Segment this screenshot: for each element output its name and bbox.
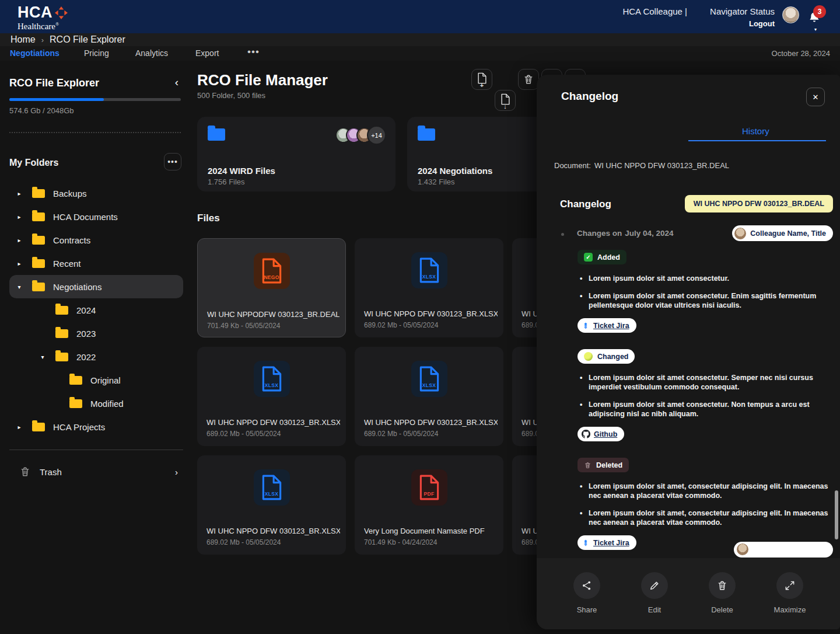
share-button[interactable]: Share [561,572,613,629]
added-badge: ✓ Added [578,250,626,264]
file-name: WI UHC NPPO DFW 030123_BR.XLSX [206,527,340,535]
file-name-badge: WI UHC NPPO DFW 030123_BR.DEAL [685,195,833,213]
trash-item[interactable]: Trash › [0,460,192,483]
file-card-deal[interactable]: NEGO WI UHC NPPODFW 030123_BR.DEAL 701.4… [197,238,346,337]
close-icon[interactable]: ✕ [806,88,825,106]
github-link[interactable]: Github [578,427,624,441]
next-entry-author-chip[interactable] [734,542,833,558]
tree-item-hca-documents[interactable]: ▸ HCA Documents [9,205,183,228]
changelog-item: Lorem ipsum dolor sit amet consectetur. … [578,400,831,419]
sidebar-collapse-icon[interactable]: ‹ [175,76,178,89]
changelog-body: ✓ Added Lorem ipsum dolor sit amet conse… [578,250,831,564]
breadcrumb: Home › RCO File Explorer [0,33,840,46]
tree-item-negotiations[interactable]: ▾ Negotiations [9,275,183,298]
hca-cross-icon [54,6,68,20]
tab-export[interactable]: Export [195,48,219,58]
changes-on-label: Changes on [577,229,622,238]
ticket-jira-link[interactable]: Ticket Jira [578,535,636,550]
tree-item-backups[interactable]: ▸ Backups [9,182,183,205]
caret-right-icon[interactable]: ▸ [16,237,23,243]
author-name: Colleague Name, Title [750,229,826,238]
page-date: October 28, 2024 [772,49,830,58]
folder-icon [55,329,68,338]
tree-item-2022[interactable]: ▾ 2022 [9,345,183,368]
caret-right-icon[interactable]: ▸ [16,214,23,220]
folder-icon [69,399,82,408]
caret-right-icon[interactable]: ▸ [16,190,23,197]
document-label: Document: [554,161,591,170]
changelog-panel: Changelog ✕ History Document:WI UHC NPPO… [537,75,840,629]
tab-negotiations[interactable]: Negotiations [10,48,60,58]
document-value: WI UHC NPPO DFW 030123_BR.DEAL [594,161,729,170]
breadcrumb-home[interactable]: Home [10,34,36,45]
edit-button[interactable]: Edit [628,572,681,629]
folder-card-count: 1.432 Files [418,177,455,186]
deleted-badge: Deleted [578,458,629,472]
ball-icon [584,352,593,361]
xlsx-file-icon: XLSX [411,252,447,288]
tree-item-recent[interactable]: ▸ Recent [9,252,183,275]
author-chip[interactable]: Colleague Name, Title [732,225,833,241]
changelog-item: Lorem ipsum dolor sit amet consectetur. [578,274,831,283]
ticket-jira-link[interactable]: Ticket Jira [578,318,636,333]
tree-item-2023[interactable]: 2023 [9,322,183,345]
folder-card-name: 2024 WIRD Files [208,166,275,176]
changelog-item: Lorem ipsum dolor sit amet consectetur. … [578,373,831,392]
storage-label: 574.6 Gb / 2048Gb [9,106,74,115]
changes-date: July 04, 2024 [625,229,673,238]
blue-folder-icon [418,128,435,141]
file-card-pdf[interactable]: PDF Very Long Document Namaste PDF 701.4… [355,455,503,555]
file-card-xlsx[interactable]: XLSX WI UHC NPPO DFW 030123_BR.XLSX 689.… [355,238,503,337]
caret-right-icon[interactable]: ▸ [16,424,23,430]
sidebar-divider [9,450,183,450]
folder-icon [32,283,45,291]
tree-item-original[interactable]: Original [9,368,183,392]
tabs-more-icon[interactable]: ••• [247,46,260,58]
dotted-divider [9,132,181,133]
download-file-button[interactable]: ↓ [495,90,516,111]
sidebar-title: RCO File Explorer [9,77,99,89]
changelog-item: Lorem ipsum dolor sit amet consectetur. … [578,291,831,310]
deleted-list: Lorem ipsum dolor sit amet, consectetur … [578,482,831,527]
tab-history[interactable]: History [742,126,769,136]
caret-right-icon[interactable]: ▸ [16,260,23,267]
file-name: WI UHC NPPO DFW 030123_BR.XLSX [364,309,498,318]
my-folders-heading: My Folders [9,158,58,168]
delete-file-button[interactable] [518,69,539,90]
notification-count-badge: 3 [813,5,826,18]
shared-avatars: +14 [341,127,386,145]
folder-card-2024-wird-files[interactable]: +14 2024 WIRD Files 1.756 Files [197,117,396,191]
github-icon [582,430,590,438]
logout-button[interactable]: Logout [749,19,775,28]
tree-item-modified[interactable]: Modified [9,392,183,415]
avatar-overflow-badge: +14 [367,126,386,145]
tree-item-2024[interactable]: 2024 [9,298,183,322]
caret-down-icon[interactable]: ▾ [16,284,23,290]
file-name: WI UHC NPPO DFW 030123_BR.XLSX [364,418,498,427]
tree-item-hca-projects[interactable]: ▸ HCA Projects [9,415,183,438]
delete-button[interactable]: Delete [696,572,748,629]
caret-down-icon[interactable]: ▾ [39,354,46,360]
changelog-item: Lorem ipsum dolor sit amet, consectetur … [578,482,831,500]
tree-item-contracts[interactable]: ▸ Contracts [9,228,183,252]
file-card-xlsx[interactable]: XLSX WI UHC NPPO DFW 030123_BR.XLSX 689.… [355,347,503,446]
folders-more-button[interactable]: ••• [164,153,181,170]
file-card-xlsx[interactable]: XLSX WI UHC NPPO DFW 030123_BR.XLSX 689.… [197,347,346,446]
file-meta: 689.02 Mb - 05/05/2024 [206,538,281,546]
changelog-section-heading: Changelog [560,198,611,210]
maximize-button[interactable]: Maximize [764,572,816,629]
active-tab-underline [688,140,826,141]
navigator-status-link[interactable]: Navigator Status [710,6,775,16]
tab-analytics[interactable]: Analytics [135,48,168,58]
tab-pricing[interactable]: Pricing [84,48,109,58]
add-file-button[interactable]: + [471,69,492,90]
user-avatar[interactable] [782,6,799,23]
file-meta: 689.02 Mb - 05/05/2024 [364,321,438,329]
file-meta: 701.49 Kb - 05/05/2024 [207,322,280,330]
maximize-icon [784,580,796,591]
page-subtitle: 500 Folder, 500 files [197,91,265,100]
panel-scrollbar-thumb[interactable] [835,490,838,539]
storage-progress-bar [9,98,181,101]
app-header: HCA Healthcare® HCA Colleague | Navigato… [0,0,840,33]
file-card-xlsx[interactable]: XLSX WI UHC NPPO DFW 030123_BR.XLSX 689.… [197,455,346,555]
